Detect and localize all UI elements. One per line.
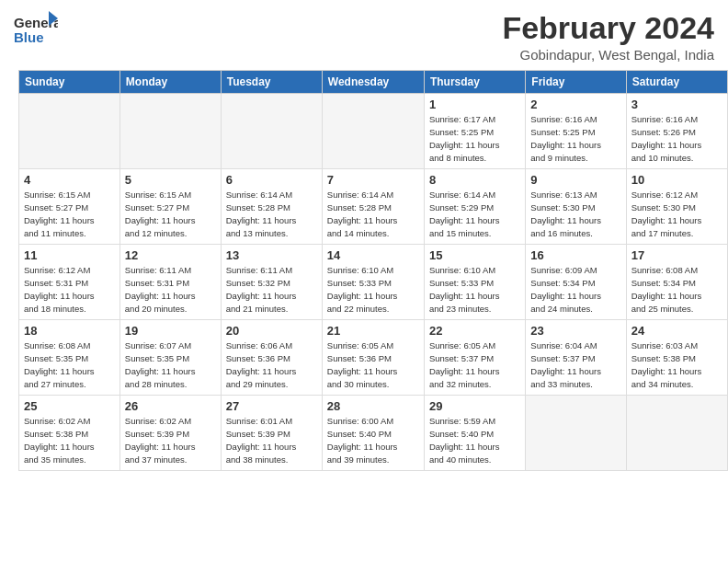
calendar-day: 17Sunrise: 6:08 AM Sunset: 5:34 PM Dayli… [626, 245, 727, 320]
calendar-day: 29Sunrise: 5:59 AM Sunset: 5:40 PM Dayli… [424, 396, 525, 471]
day-number: 5 [125, 173, 216, 187]
calendar-day [322, 94, 424, 169]
day-number: 15 [429, 248, 520, 262]
calendar-day: 10Sunrise: 6:12 AM Sunset: 5:30 PM Dayli… [626, 169, 727, 245]
day-info: Sunrise: 6:16 AM Sunset: 5:25 PM Dayligh… [530, 113, 620, 164]
day-info: Sunrise: 6:06 AM Sunset: 5:36 PM Dayligh… [226, 339, 317, 390]
day-info: Sunrise: 6:12 AM Sunset: 5:30 PM Dayligh… [631, 189, 722, 239]
day-info: Sunrise: 6:11 AM Sunset: 5:32 PM Dayligh… [226, 264, 317, 315]
day-number: 18 [24, 324, 115, 338]
day-info: Sunrise: 6:00 AM Sunset: 5:40 PM Dayligh… [327, 415, 419, 465]
calendar-day: 28Sunrise: 6:00 AM Sunset: 5:40 PM Dayli… [322, 396, 424, 471]
calendar-day [19, 94, 120, 169]
day-number: 20 [226, 324, 317, 338]
month-title: February 2024 [502, 11, 714, 45]
day-info: Sunrise: 6:14 AM Sunset: 5:28 PM Dayligh… [327, 189, 419, 239]
day-number: 29 [429, 399, 520, 413]
calendar-week-0: 1Sunrise: 6:17 AM Sunset: 5:25 PM Daylig… [19, 94, 728, 169]
day-info: Sunrise: 6:08 AM Sunset: 5:35 PM Dayligh… [24, 339, 115, 390]
day-number: 28 [327, 399, 419, 413]
day-number: 14 [327, 248, 419, 262]
calendar-day: 12Sunrise: 6:11 AM Sunset: 5:31 PM Dayli… [119, 245, 221, 320]
day-info: Sunrise: 6:11 AM Sunset: 5:31 PM Dayligh… [125, 264, 216, 315]
day-number: 8 [429, 173, 520, 187]
calendar-day: 26Sunrise: 6:02 AM Sunset: 5:39 PM Dayli… [119, 396, 221, 471]
calendar-day: 4Sunrise: 6:15 AM Sunset: 5:27 PM Daylig… [19, 169, 120, 245]
day-number: 17 [631, 248, 722, 262]
day-info: Sunrise: 6:14 AM Sunset: 5:29 PM Dayligh… [429, 189, 520, 239]
header-tuesday: Tuesday [221, 71, 322, 94]
day-info: Sunrise: 6:16 AM Sunset: 5:26 PM Dayligh… [631, 113, 722, 164]
day-number: 4 [24, 173, 115, 187]
calendar-day: 8Sunrise: 6:14 AM Sunset: 5:29 PM Daylig… [424, 169, 525, 245]
day-number: 7 [327, 173, 419, 187]
day-info: Sunrise: 6:03 AM Sunset: 5:38 PM Dayligh… [631, 339, 722, 390]
day-info: Sunrise: 6:13 AM Sunset: 5:30 PM Dayligh… [530, 189, 620, 239]
calendar-day: 27Sunrise: 6:01 AM Sunset: 5:39 PM Dayli… [221, 396, 322, 471]
svg-text:Blue: Blue [14, 29, 44, 45]
header-saturday: Saturday [626, 71, 727, 94]
day-info: Sunrise: 6:01 AM Sunset: 5:39 PM Dayligh… [226, 415, 317, 465]
day-number: 19 [125, 324, 216, 338]
calendar-day: 25Sunrise: 6:02 AM Sunset: 5:38 PM Dayli… [19, 396, 120, 471]
calendar-day: 19Sunrise: 6:07 AM Sunset: 5:35 PM Dayli… [119, 320, 221, 396]
calendar-day: 13Sunrise: 6:11 AM Sunset: 5:32 PM Dayli… [221, 245, 322, 320]
header-friday: Friday [526, 71, 626, 94]
day-number: 11 [24, 248, 115, 262]
day-info: Sunrise: 6:15 AM Sunset: 5:27 PM Dayligh… [24, 189, 115, 239]
day-number: 3 [631, 98, 722, 111]
calendar-day: 24Sunrise: 6:03 AM Sunset: 5:38 PM Dayli… [626, 320, 727, 396]
calendar-day: 1Sunrise: 6:17 AM Sunset: 5:25 PM Daylig… [424, 94, 525, 169]
calendar-day [119, 94, 221, 169]
calendar-week-1: 4Sunrise: 6:15 AM Sunset: 5:27 PM Daylig… [19, 169, 728, 245]
calendar-day: 14Sunrise: 6:10 AM Sunset: 5:33 PM Dayli… [322, 245, 424, 320]
calendar-day: 6Sunrise: 6:14 AM Sunset: 5:28 PM Daylig… [221, 169, 322, 245]
day-number: 10 [631, 173, 722, 187]
day-number: 12 [125, 248, 216, 262]
day-info: Sunrise: 6:10 AM Sunset: 5:33 PM Dayligh… [327, 264, 419, 315]
header-monday: Monday [119, 71, 221, 94]
calendar-day [626, 396, 727, 471]
calendar-body: 1Sunrise: 6:17 AM Sunset: 5:25 PM Daylig… [19, 94, 728, 471]
calendar-day: 21Sunrise: 6:05 AM Sunset: 5:36 PM Dayli… [322, 320, 424, 396]
calendar-header: SundayMondayTuesdayWednesdayThursdayFrid… [19, 71, 728, 94]
day-number: 24 [631, 324, 722, 338]
calendar-day: 3Sunrise: 6:16 AM Sunset: 5:26 PM Daylig… [626, 94, 727, 169]
day-number: 21 [327, 324, 419, 338]
calendar-day [221, 94, 322, 169]
day-info: Sunrise: 6:02 AM Sunset: 5:39 PM Dayligh… [125, 415, 216, 465]
day-number: 1 [429, 98, 520, 111]
day-info: Sunrise: 6:07 AM Sunset: 5:35 PM Dayligh… [125, 339, 216, 390]
day-info: Sunrise: 6:09 AM Sunset: 5:34 PM Dayligh… [530, 264, 620, 315]
logo-icon: General Blue [14, 11, 58, 46]
calendar-day: 20Sunrise: 6:06 AM Sunset: 5:36 PM Dayli… [221, 320, 322, 396]
header-thursday: Thursday [424, 71, 525, 94]
day-number: 27 [226, 399, 317, 413]
calendar-day: 18Sunrise: 6:08 AM Sunset: 5:35 PM Dayli… [19, 320, 120, 396]
calendar-week-3: 18Sunrise: 6:08 AM Sunset: 5:35 PM Dayli… [19, 320, 728, 396]
header-sunday: Sunday [19, 71, 120, 94]
calendar-day: 2Sunrise: 6:16 AM Sunset: 5:25 PM Daylig… [526, 94, 626, 169]
day-info: Sunrise: 5:59 AM Sunset: 5:40 PM Dayligh… [429, 415, 520, 465]
header-wednesday: Wednesday [322, 71, 424, 94]
day-number: 23 [530, 324, 620, 338]
calendar-day: 15Sunrise: 6:10 AM Sunset: 5:33 PM Dayli… [424, 245, 525, 320]
day-info: Sunrise: 6:17 AM Sunset: 5:25 PM Dayligh… [429, 113, 520, 164]
calendar-day: 16Sunrise: 6:09 AM Sunset: 5:34 PM Dayli… [526, 245, 626, 320]
day-number: 6 [226, 173, 317, 187]
calendar-day: 5Sunrise: 6:15 AM Sunset: 5:27 PM Daylig… [119, 169, 221, 245]
day-info: Sunrise: 6:15 AM Sunset: 5:27 PM Dayligh… [125, 189, 216, 239]
day-number: 22 [429, 324, 520, 338]
day-number: 25 [24, 399, 115, 413]
day-number: 9 [530, 173, 620, 187]
day-info: Sunrise: 6:05 AM Sunset: 5:37 PM Dayligh… [429, 339, 520, 390]
day-info: Sunrise: 6:14 AM Sunset: 5:28 PM Dayligh… [226, 189, 317, 239]
logo: General Blue [14, 11, 58, 50]
calendar-week-4: 25Sunrise: 6:02 AM Sunset: 5:38 PM Dayli… [19, 396, 728, 471]
calendar-day: 7Sunrise: 6:14 AM Sunset: 5:28 PM Daylig… [322, 169, 424, 245]
calendar-day: 9Sunrise: 6:13 AM Sunset: 5:30 PM Daylig… [526, 169, 626, 245]
day-number: 2 [530, 98, 620, 111]
title-area: February 2024 Gobindapur, West Bengal, I… [502, 11, 714, 63]
calendar-day [526, 396, 626, 471]
day-info: Sunrise: 6:10 AM Sunset: 5:33 PM Dayligh… [429, 264, 520, 315]
